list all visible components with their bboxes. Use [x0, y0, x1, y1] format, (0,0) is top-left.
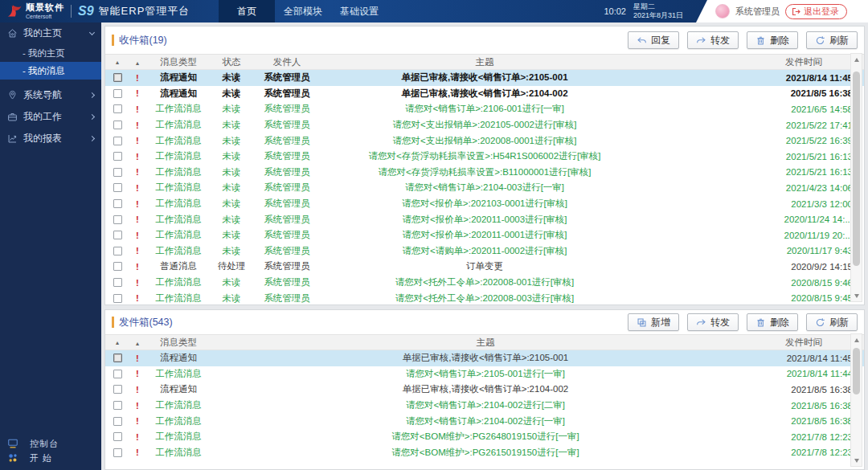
delete-button[interactable]: 删除	[747, 31, 798, 49]
forward-button[interactable]: 转发	[687, 313, 739, 331]
priority-flag-icon: !	[129, 231, 145, 240]
sort-icon[interactable]: ▴	[136, 59, 139, 67]
message-subject: 请您对<存货浮动耗损率设置>:B11000001进行[审核]	[322, 166, 760, 178]
delete-button[interactable]: 删除	[747, 313, 798, 331]
column-header-subject[interactable]: 主题	[211, 337, 760, 349]
row-checkbox[interactable]	[113, 417, 122, 426]
row-checkbox[interactable]	[113, 168, 122, 177]
column-header-sender[interactable]: 发件人	[252, 56, 322, 68]
console-button[interactable]: 控制台	[0, 436, 101, 451]
row-checkbox[interactable]	[113, 448, 122, 457]
forward-label: 转发	[710, 34, 730, 47]
message-row[interactable]: !工作流消息未读系统管理员请您对<支出报销单>:202008-0001进行[审核…	[105, 133, 864, 149]
sidebar-item-system-nav[interactable]: 系统导航	[0, 84, 101, 106]
sort-icon[interactable]: ▴	[116, 59, 119, 66]
scroll-down-icon[interactable]	[851, 455, 862, 466]
row-checkbox[interactable]	[113, 370, 122, 378]
row-checkbox[interactable]	[113, 278, 122, 287]
message-type: 工作流消息	[145, 415, 211, 427]
column-header-time[interactable]: 发件时间	[760, 337, 864, 349]
row-checkbox-cell	[105, 231, 129, 239]
forward-button[interactable]: 转发	[687, 31, 739, 49]
message-row[interactable]: !工作流消息请您对<销售订单>:2105-001进行[一审]2021/8/14 …	[105, 366, 864, 382]
row-checkbox[interactable]	[113, 183, 122, 192]
message-row[interactable]: !流程通知单据已审核,请接收<销售订单>:2104-0022021/8/5 16…	[105, 382, 864, 398]
user-name: 系统管理员	[735, 6, 780, 18]
row-checkbox[interactable]	[113, 104, 122, 113]
message-row[interactable]: !工作流消息未读系统管理员请您对<存货浮动耗损率设置>:H54R1S006002…	[105, 149, 864, 165]
message-time: 2021/7/8 12:23	[760, 448, 864, 457]
message-row[interactable]: !工作流消息未读系统管理员请您对<销售订单>:2104-003进行[一审]202…	[105, 180, 864, 196]
row-checkbox[interactable]	[113, 137, 122, 145]
topbar-spacer	[387, 0, 604, 22]
scroll-thumb[interactable]	[853, 348, 860, 394]
row-checkbox[interactable]	[113, 432, 122, 441]
message-type: 工作流消息	[145, 214, 211, 226]
scroll-thumb[interactable]	[853, 72, 860, 266]
message-subject: 请您对<支出报销单>:202008-0001进行[审核]	[322, 135, 760, 147]
row-checkbox[interactable]	[113, 231, 122, 239]
nav-tab-basic-settings[interactable]: 基础设置	[331, 0, 387, 22]
product-code: S9	[78, 4, 94, 18]
row-checkbox[interactable]	[113, 73, 122, 82]
message-row[interactable]: !工作流消息未读系统管理员请您对<存货浮动耗损率设置>:B11000001进行[…	[105, 165, 864, 181]
new-button[interactable]: 新增	[628, 313, 679, 331]
message-row[interactable]: !工作流消息请您对<销售订单>:2104-002进行[二审]2021/8/5 1…	[105, 398, 864, 414]
message-row[interactable]: !工作流消息未读系统管理员请您对<报价单>:202011-0001进行[审核]2…	[105, 227, 864, 243]
scroll-up-icon[interactable]	[851, 334, 862, 345]
message-row[interactable]: !工作流消息未读系统管理员请您对<报价单>:202103-0001进行[审核]2…	[105, 196, 864, 212]
sidebar-item-my-home[interactable]: 我的主页	[0, 22, 101, 44]
sort-icon[interactable]: ▴	[136, 340, 139, 347]
sidebar-item-my-work[interactable]: 我的工作	[0, 106, 101, 128]
sidebar-subitem-my-messages[interactable]: 我的消息	[0, 62, 101, 80]
message-row[interactable]: !工作流消息未读系统管理员请您对<请购单>:202011-0002进行[审核]2…	[105, 243, 864, 260]
row-checkbox[interactable]	[113, 199, 122, 208]
refresh-button[interactable]: 刷新	[806, 31, 858, 49]
message-row[interactable]: !工作流消息请您对<BOM维护>:PG2648019150进行[一审]2021/…	[105, 429, 864, 445]
column-header-status[interactable]: 状态	[211, 56, 252, 68]
message-row[interactable]: !普通消息待处理系统管理员订单变更2020/9/2 14:15	[105, 259, 864, 275]
sidebar-subitem-my-home[interactable]: 我的主页	[0, 44, 101, 62]
exclamation-icon: !	[136, 246, 139, 255]
refresh-button[interactable]: 刷新	[806, 313, 858, 331]
row-checkbox[interactable]	[113, 385, 122, 394]
row-checkbox[interactable]	[113, 121, 122, 129]
column-header-type[interactable]: 消息类型	[145, 56, 211, 68]
logout-button[interactable]: 退出登录	[785, 4, 847, 19]
message-row[interactable]: !工作流消息未读系统管理员请您对<托外工令单>:202008-001进行[审核]…	[105, 275, 864, 291]
row-checkbox[interactable]	[113, 354, 122, 362]
message-row[interactable]: !工作流消息未读系统管理员请您对<报价单>:202011-0003进行[审核]2…	[105, 211, 864, 227]
nav-tab-all-modules[interactable]: 全部模块	[275, 0, 331, 22]
message-row[interactable]: !工作流消息未读系统管理员请您对<托外工令单>:202008-003进行[审核]…	[105, 290, 864, 306]
message-row[interactable]: !流程通知未读系统管理员单据已审核,请接收<销售订单>:2104-0022021…	[105, 86, 864, 102]
message-sender: 系统管理员	[252, 119, 322, 131]
scroll-down-icon[interactable]	[851, 290, 862, 301]
message-row[interactable]: !工作流消息未读系统管理员请您对<销售订单>:2106-001进行[一审]202…	[105, 101, 864, 117]
row-checkbox[interactable]	[113, 215, 122, 224]
sort-icon[interactable]: ▴	[116, 339, 119, 346]
row-checkbox[interactable]	[113, 401, 122, 410]
message-row[interactable]: !流程通知未读系统管理员单据已审核,请接收<销售订单>:2105-0012021…	[105, 70, 864, 86]
outbox-scrollbar[interactable]	[850, 333, 862, 467]
row-checkbox[interactable]	[113, 294, 122, 303]
column-header-type[interactable]: 消息类型	[145, 337, 211, 349]
row-checkbox[interactable]	[113, 89, 122, 98]
row-checkbox[interactable]	[113, 262, 122, 271]
inbox-scrollbar[interactable]	[850, 53, 862, 302]
reply-button[interactable]: 回复	[628, 31, 679, 49]
row-checkbox[interactable]	[113, 247, 122, 255]
message-row[interactable]: !工作流消息请您对<销售订单>:2104-002进行[一审]2021/8/5 1…	[105, 413, 864, 429]
column-header-time[interactable]: 发件时间	[760, 56, 864, 68]
sidebar-item-my-reports[interactable]: 我的报表	[0, 128, 101, 149]
column-header-subject[interactable]: 主题	[322, 56, 760, 68]
message-row[interactable]: !流程通知单据已审核,请接收<销售订单>:2105-0012021/8/14 1…	[105, 350, 864, 366]
message-row[interactable]: !工作流消息未读系统管理员请您对<支出报销单>:202105-0002进行[审核…	[105, 117, 864, 133]
message-subject: 请您对<销售订单>:2104-002进行[一审]	[211, 415, 760, 427]
refresh-icon	[815, 35, 825, 46]
scroll-up-icon[interactable]	[851, 54, 862, 65]
start-button[interactable]: 开 始	[0, 451, 101, 465]
row-checkbox[interactable]	[113, 152, 122, 161]
nav-tab-home[interactable]: 首页	[219, 0, 275, 22]
message-status: 未读	[211, 198, 252, 210]
message-row[interactable]: !工作流消息请您对<BOM维护>:PG2615019150进行[一审]2021/…	[105, 445, 864, 461]
